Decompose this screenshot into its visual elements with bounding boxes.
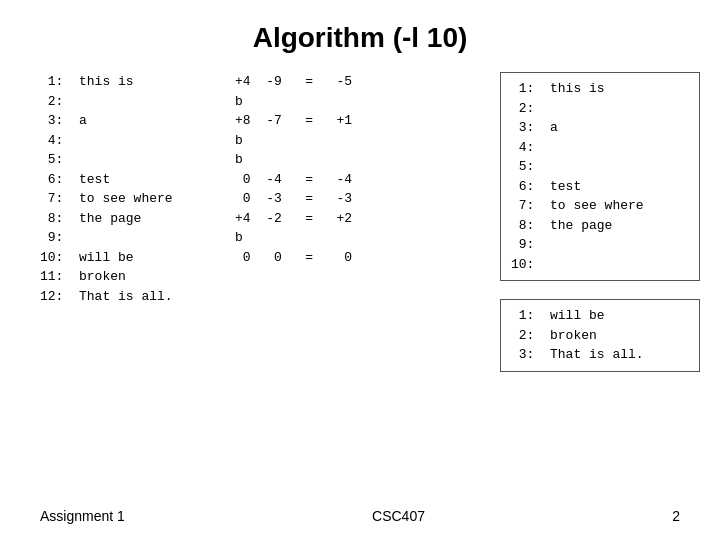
footer-left: Assignment 1 [40,508,125,524]
page-title: Algorithm (-l 10) [0,0,720,72]
footer-right: 2 [672,508,680,524]
footer-center: CSC407 [372,508,425,524]
right-top-box: 1: this is 2: 3: a 4: 5: 6: test 7: to s… [500,72,700,281]
left-code-block: 1: this is +4 -9 = -5 2: b 3: a +8 -7 = … [40,72,500,306]
right-bottom-box: 1: will be 2: broken 3: That is all. [500,299,700,372]
